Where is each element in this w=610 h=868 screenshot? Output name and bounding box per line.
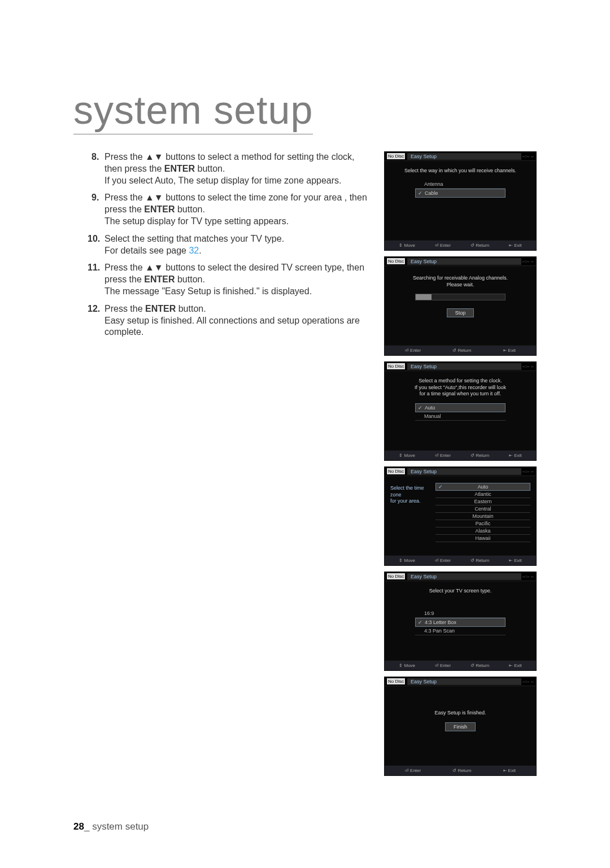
return-icon: ↺ <box>470 558 474 563</box>
page-ref-link: 32 <box>189 246 199 255</box>
return-icon: ↺ <box>452 348 456 353</box>
tz-option-eastern[interactable]: Eastern <box>435 498 530 505</box>
screen-message: Select the way in which you will receive… <box>390 168 530 175</box>
hint-move: ⇕Move <box>399 558 415 563</box>
step-9: 9. Press the ▲▼ buttons to select the ti… <box>104 192 373 227</box>
step-10: 10. Select the setting that matches your… <box>104 233 373 257</box>
screen-timezone: No Disc Easy Setup --:-- -- Select the t… <box>384 466 537 566</box>
tz-option-auto[interactable]: Auto <box>435 483 530 491</box>
screen-title: Easy Setup <box>407 573 521 580</box>
page-footer: 28_ system setup <box>73 821 149 832</box>
screenshots-column: No Disc Easy Setup --:-- -- Select the w… <box>384 151 537 782</box>
screen-title: Easy Setup <box>407 678 521 685</box>
timecode: --:-- -- <box>522 154 534 159</box>
exit-icon: ⇤ <box>509 453 513 458</box>
tz-option-hawaii[interactable]: Hawaii <box>435 535 530 542</box>
return-icon: ↺ <box>470 663 474 668</box>
return-icon: ↺ <box>470 243 474 248</box>
timezone-label: Select the time zone for your area. <box>390 483 435 505</box>
hint-enter: ⏎Enter <box>435 558 451 563</box>
option-cable[interactable]: Cable <box>415 189 506 198</box>
option-antenna[interactable]: Antenna <box>415 180 506 189</box>
hint-move: ⇕Move <box>399 243 415 248</box>
tz-option-pacific[interactable]: Pacific <box>435 520 530 527</box>
no-disc-badge: No Disc <box>387 363 405 369</box>
no-disc-badge: No Disc <box>387 678 405 684</box>
screen-title: Easy Setup <box>407 363 521 370</box>
tz-option-alaska[interactable]: Alaska <box>435 527 530 535</box>
hint-enter: ⏎Enter <box>435 663 451 668</box>
exit-icon: ⇤ <box>503 348 507 353</box>
step-8: 8. Press the ▲▼ buttons to select a meth… <box>104 151 373 186</box>
enter-icon: ⏎ <box>405 768 409 773</box>
tz-option-central[interactable]: Central <box>435 505 530 513</box>
exit-icon: ⇤ <box>509 558 513 563</box>
hint-exit: ⇤Exit <box>509 243 521 248</box>
hint-return: ↺Return <box>470 243 489 248</box>
hint-move: ⇕Move <box>399 663 415 668</box>
tz-option-mountain[interactable]: Mountain <box>435 513 530 520</box>
step-number: 12. <box>88 303 100 315</box>
hint-enter: ⏎Enter <box>405 348 421 353</box>
enter-icon: ⏎ <box>435 663 439 668</box>
exit-icon: ⇤ <box>509 663 513 668</box>
hint-return: ↺Return <box>470 453 489 458</box>
screen-message: Searching for receivable Analog channels… <box>390 275 530 288</box>
hint-exit: ⇤Exit <box>509 453 521 458</box>
enter-icon: ⏎ <box>435 453 439 458</box>
step-11: 11. Press the ▲▼ buttons to select the d… <box>104 262 373 297</box>
screen-message: Select your TV screen type. <box>390 588 530 595</box>
enter-icon: ⏎ <box>405 348 409 353</box>
hint-enter: ⏎Enter <box>405 768 421 773</box>
updown-icon: ⇕ <box>399 558 403 563</box>
hint-return: ↺Return <box>470 558 489 563</box>
hint-return: ↺Return <box>452 348 471 353</box>
page-title: system setup <box>73 88 313 134</box>
hint-enter: ⏎Enter <box>435 243 451 248</box>
hint-exit: ⇤Exit <box>509 558 521 563</box>
no-disc-badge: No Disc <box>387 573 405 579</box>
updown-icon: ⇕ <box>399 453 403 458</box>
step-number: 11. <box>88 262 100 274</box>
tz-option-atlantic[interactable]: Atlantic <box>435 491 530 498</box>
timecode: --:-- -- <box>522 364 534 369</box>
updown-icon: ⇕ <box>399 243 403 248</box>
exit-icon: ⇤ <box>509 243 513 248</box>
hint-enter: ⏎Enter <box>435 453 451 458</box>
progress-fill <box>416 294 432 300</box>
option-manual[interactable]: Manual <box>415 412 506 421</box>
finish-button[interactable]: Finish <box>445 722 476 731</box>
enter-icon: ⏎ <box>435 558 439 563</box>
option-43-letterbox[interactable]: 4:3 Letter Box <box>415 618 506 627</box>
screen-clock-method: No Disc Easy Setup --:-- -- Select a met… <box>384 361 537 461</box>
exit-icon: ⇤ <box>503 768 507 773</box>
option-16-9[interactable]: 16:9 <box>415 609 506 618</box>
timecode: --:-- -- <box>522 469 534 474</box>
option-auto[interactable]: Auto <box>415 403 506 412</box>
screen-finished: No Disc Easy Setup --:-- -- Easy Setup i… <box>384 677 537 776</box>
step-12: 12. Press the ENTER button. Easy setup i… <box>104 303 373 338</box>
timecode: --:-- -- <box>522 259 534 264</box>
step-number: 10. <box>88 233 100 245</box>
no-disc-badge: No Disc <box>387 153 405 159</box>
screen-title: Easy Setup <box>407 153 521 160</box>
screen-title: Easy Setup <box>407 258 521 265</box>
hint-return: ↺Return <box>470 663 489 668</box>
hint-return: ↺Return <box>452 768 471 773</box>
option-43-panscan[interactable]: 4:3 Pan Scan <box>415 627 506 635</box>
stop-button[interactable]: Stop <box>447 308 474 317</box>
screen-message: Select a method for setting the clock. I… <box>390 378 530 398</box>
screen-searching: No Disc Easy Setup --:-- -- Searching fo… <box>384 256 537 356</box>
progress-bar <box>415 294 506 300</box>
hint-move: ⇕Move <box>399 453 415 458</box>
screen-title: Easy Setup <box>407 468 521 475</box>
step-number: 9. <box>91 192 99 204</box>
return-icon: ↺ <box>452 768 456 773</box>
screen-channel-source: No Disc Easy Setup --:-- -- Select the w… <box>384 151 537 251</box>
hint-exit: ⇤Exit <box>509 663 521 668</box>
hint-exit: ⇤Exit <box>503 768 516 773</box>
hint-exit: ⇤Exit <box>503 348 516 353</box>
timecode: --:-- -- <box>522 574 534 579</box>
updown-icon: ⇕ <box>399 663 403 668</box>
no-disc-badge: No Disc <box>387 468 405 474</box>
